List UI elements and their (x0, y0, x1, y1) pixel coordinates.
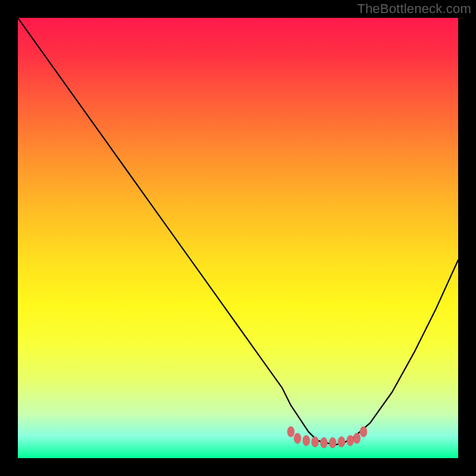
optimal-marker (294, 433, 301, 444)
chart-svg (18, 18, 458, 458)
optimal-markers (287, 427, 367, 449)
optimal-marker (287, 427, 295, 437)
bottleneck-curve (18, 18, 458, 445)
watermark-label: TheBottleneck.com (357, 1, 471, 17)
optimal-marker (329, 437, 336, 448)
optimal-marker (360, 427, 367, 437)
plot-area (18, 18, 458, 458)
optimal-marker (338, 437, 345, 447)
optimal-marker (312, 437, 319, 447)
optimal-marker (353, 433, 361, 444)
optimal-marker (320, 437, 327, 448)
optimal-marker (347, 435, 354, 446)
optimal-marker (303, 435, 310, 446)
chart-frame: TheBottleneck.com (0, 0, 476, 476)
